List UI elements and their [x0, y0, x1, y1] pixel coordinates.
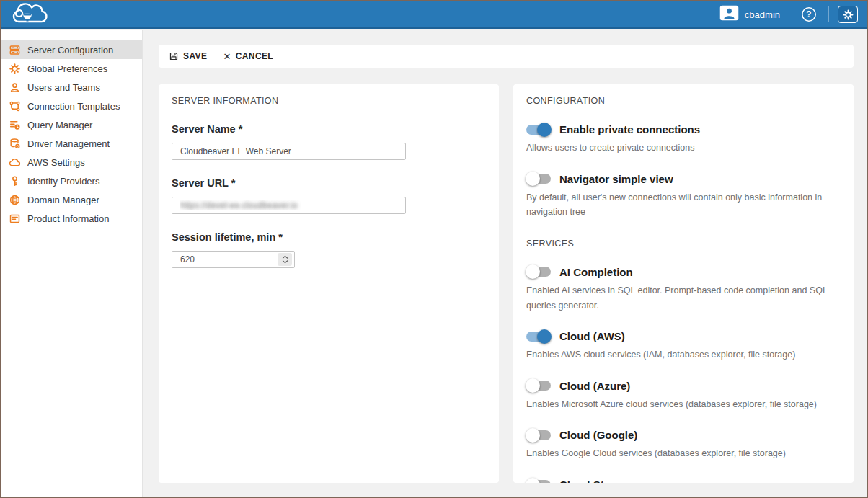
session-lifetime-input[interactable]	[172, 251, 295, 268]
action-toolbar: SAVE ✕ CANCEL	[159, 45, 854, 68]
toggle-label[interactable]: Navigator simple view	[559, 173, 673, 185]
user-menu[interactable]: cbadmin	[719, 5, 780, 24]
sidebar-item-connection-templates[interactable]: Connection Templates	[1, 97, 142, 115]
ai-completion-toggle[interactable]	[526, 267, 551, 277]
settings-button[interactable]	[838, 6, 858, 23]
enable-private-connections-toggle[interactable]	[526, 125, 551, 135]
server-icon	[9, 44, 21, 56]
toggle-row-ai-completion: AI Completion	[526, 266, 841, 278]
connections-icon	[9, 100, 21, 112]
stepper-arrows-icon	[282, 255, 288, 264]
toggle-description: Enabled AI services in SQL editor. Promp…	[526, 283, 832, 313]
server-information-title: SERVER INFORMATION	[172, 96, 486, 106]
sidebar-item-global-preferences[interactable]: Global Preferences	[1, 59, 142, 78]
cloud-icon	[9, 156, 21, 169]
server-information-panel: SERVER INFORMATION Server Name * Server …	[159, 84, 499, 483]
navigator-simple-view-toggle[interactable]	[526, 174, 551, 184]
server-name-input[interactable]	[172, 143, 406, 160]
sidebar-item-aws-settings[interactable]: AWS Settings	[1, 153, 142, 172]
cloud-azure-toggle[interactable]	[526, 381, 551, 391]
sidebar-item-label: Product Information	[27, 213, 109, 224]
toggle-row-cloud-storage: Cloud Storage	[526, 479, 841, 483]
app-window: cbadmin ?	[0, 0, 868, 498]
sidebar-item-label: Driver Management	[27, 138, 110, 149]
save-icon	[169, 51, 179, 61]
info-card-icon	[9, 213, 21, 225]
toggle-description: By default, all user's new connections w…	[526, 190, 832, 220]
help-button[interactable]: ?	[798, 5, 820, 24]
key-icon	[9, 175, 21, 187]
toggle-label[interactable]: Cloud (AWS)	[559, 330, 625, 342]
toggle-label[interactable]: Cloud (Azure)	[559, 380, 630, 392]
sidebar-item-driver-management[interactable]: Driver Management	[1, 134, 142, 153]
sidebar-item-identity-providers[interactable]: Identity Providers	[1, 172, 142, 190]
sidebar-item-label: Connection Templates	[27, 101, 120, 112]
cloudbeaver-logo-icon[interactable]	[10, 2, 49, 27]
toggle-label[interactable]: Enable private connections	[559, 123, 700, 135]
configuration-title: CONFIGURATION	[526, 96, 841, 106]
sidebar-item-label: Users and Teams	[27, 82, 100, 93]
sidebar-item-label: Domain Manager	[27, 195, 99, 205]
toggle-label[interactable]: AI Completion	[559, 266, 633, 278]
sidebar-item-label: Query Manager	[27, 120, 92, 130]
sidebar-item-product-information[interactable]: Product Information	[1, 209, 142, 228]
server-name-label: Server Name *	[172, 123, 486, 135]
toggle-row-cloud-google: Cloud (Google)	[526, 429, 841, 441]
toggle-row-cloud-aws: Cloud (AWS)	[526, 330, 841, 342]
gear-icon	[843, 9, 854, 20]
sidebar-item-domain-manager[interactable]: Domain Manager	[1, 190, 142, 209]
session-lifetime-label: Session lifetime, min *	[172, 231, 486, 243]
toggle-thumb	[526, 428, 540, 443]
database-icon	[9, 138, 21, 150]
top-bar: cbadmin ?	[1, 1, 867, 29]
toggle-thumb	[537, 329, 552, 344]
query-icon	[9, 119, 21, 131]
session-lifetime-field	[172, 251, 295, 268]
toggle-description: Enables Google Cloud services (databases…	[526, 446, 832, 461]
avatar	[719, 5, 739, 24]
user-icon	[9, 81, 21, 94]
cloud-google-toggle[interactable]	[526, 430, 551, 440]
toggle-thumb	[526, 264, 540, 279]
toggle-thumb	[526, 172, 540, 186]
toggle-thumb	[526, 478, 540, 484]
toggle-label[interactable]: Cloud Storage	[559, 479, 634, 483]
sidebar-item-label: Global Preferences	[27, 63, 107, 74]
toggle-description: Enables Microsoft Azure cloud services (…	[526, 397, 832, 412]
toggle-row-enable-private-connections: Enable private connections	[526, 123, 841, 135]
sidebar-item-label: Server Configuration	[27, 45, 113, 55]
user-name: cbadmin	[745, 9, 780, 20]
toggle-thumb	[537, 123, 552, 137]
toggle-description: Enables AWS cloud services (IAM, databas…	[526, 347, 832, 363]
topbar-actions: cbadmin ?	[719, 5, 858, 24]
cloud-storage-toggle[interactable]	[526, 480, 551, 484]
cancel-label: CANCEL	[236, 51, 273, 61]
save-label: SAVE	[183, 51, 207, 61]
globe-icon	[9, 194, 21, 206]
sidebar-item-server-configuration[interactable]: Server Configuration	[1, 40, 142, 59]
save-button[interactable]: SAVE	[169, 51, 207, 61]
admin-sidebar: Server Configuration Global Preferences …	[1, 30, 143, 497]
toggle-description: Allows users to create private connectio…	[526, 141, 832, 156]
toggle-thumb	[526, 378, 540, 393]
cloud-aws-toggle[interactable]	[526, 332, 551, 342]
sidebar-item-label: AWS Settings	[27, 157, 85, 168]
cancel-icon: ✕	[223, 51, 231, 62]
main-content: SAVE ✕ CANCEL SERVER INFORMATION Server …	[145, 30, 867, 497]
toggle-row-navigator-simple-view: Navigator simple view	[526, 173, 841, 185]
sidebar-item-query-manager[interactable]: Query Manager	[1, 115, 142, 134]
toggle-label[interactable]: Cloud (Google)	[559, 429, 637, 441]
number-stepper[interactable]	[278, 253, 292, 266]
sidebar-item-label: Identity Providers	[27, 176, 99, 187]
topbar-divider	[828, 6, 829, 22]
gear-icon	[9, 63, 21, 75]
svg-text:?: ?	[806, 9, 811, 19]
configuration-panel: CONFIGURATION Enable private connections…	[513, 84, 854, 483]
sidebar-item-users-and-teams[interactable]: Users and Teams	[1, 78, 142, 97]
question-icon: ?	[801, 6, 817, 22]
server-url-input[interactable]	[172, 197, 406, 214]
cancel-button[interactable]: ✕ CANCEL	[223, 51, 273, 62]
topbar-divider	[789, 6, 789, 22]
services-title: SERVICES	[526, 239, 841, 249]
toggle-row-cloud-azure: Cloud (Azure)	[526, 380, 841, 392]
